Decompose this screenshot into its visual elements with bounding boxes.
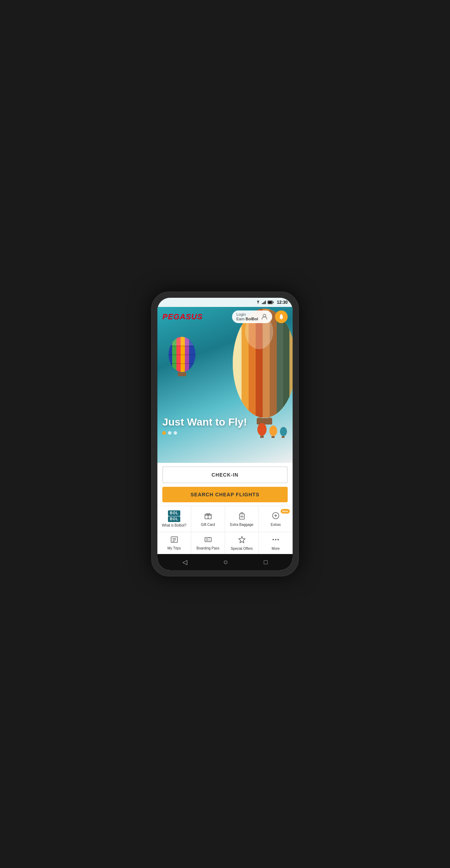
bottom-item-boarding[interactable]: Boarding Pass bbox=[191, 532, 225, 554]
svg-rect-33 bbox=[168, 354, 196, 355]
tiny-balloon-2 bbox=[269, 425, 277, 438]
small-balloon-svg bbox=[168, 335, 196, 377]
grid-item-giftcard[interactable]: Gift Card bbox=[191, 506, 225, 532]
main-balloon bbox=[233, 307, 293, 463]
bottom-item-more[interactable]: More bbox=[259, 532, 293, 554]
login-pill[interactable]: Login Earn BolBol bbox=[232, 310, 272, 323]
bottom-row: My Trips Boarding Pass bbox=[157, 532, 293, 554]
svg-marker-60 bbox=[239, 536, 245, 543]
bottom-item-offers[interactable]: Special Offers bbox=[225, 532, 259, 554]
svg-rect-2 bbox=[264, 302, 265, 304]
dot-3 bbox=[174, 431, 177, 435]
hero-header: PEGASUS Login Earn BolBol bbox=[157, 307, 293, 327]
svg-point-42 bbox=[280, 427, 287, 436]
baggage-label: Extra Baggage bbox=[230, 523, 253, 527]
svg-point-40 bbox=[269, 426, 277, 436]
phone-frame: 12:30 bbox=[151, 291, 299, 577]
status-time: 12:30 bbox=[277, 300, 288, 305]
svg-point-63 bbox=[277, 539, 279, 540]
buttons-section: CHECK-IN SEARCH CHEAP FLIGHTS bbox=[157, 463, 293, 506]
bg-balloons bbox=[257, 422, 287, 438]
svg-point-38 bbox=[257, 423, 267, 436]
giftcard-label: Gift Card bbox=[201, 523, 215, 527]
svg-rect-3 bbox=[265, 301, 266, 304]
new-badge: New bbox=[281, 509, 290, 514]
mytrips-icon bbox=[170, 536, 178, 545]
svg-point-61 bbox=[273, 539, 274, 540]
boarding-label: Boarding Pass bbox=[196, 546, 219, 550]
baggage-icon bbox=[238, 511, 246, 521]
earn-bolbol-text: Earn BolBol bbox=[236, 317, 258, 321]
grid-item-extras[interactable]: New Extras bbox=[259, 506, 293, 532]
svg-rect-43 bbox=[282, 436, 285, 438]
svg-rect-31 bbox=[168, 335, 196, 346]
battery-icon bbox=[268, 301, 274, 304]
back-button[interactable]: ◁ bbox=[182, 558, 187, 566]
svg-point-62 bbox=[275, 539, 276, 540]
more-icon bbox=[272, 536, 280, 545]
dot-2 bbox=[168, 431, 171, 435]
svg-rect-6 bbox=[273, 302, 274, 303]
dot-1 bbox=[162, 431, 166, 435]
tiny-balloon-1 bbox=[257, 422, 267, 438]
header-right: Login Earn BolBol bbox=[232, 310, 288, 323]
signal-icon bbox=[262, 301, 266, 304]
recents-button[interactable]: □ bbox=[264, 559, 268, 566]
svg-rect-5 bbox=[268, 301, 272, 304]
svg-rect-34 bbox=[168, 363, 196, 364]
hero-section: PEGASUS Login Earn BolBol bbox=[157, 307, 293, 463]
small-balloon bbox=[168, 335, 196, 379]
extras-label: Extras bbox=[271, 523, 281, 527]
offers-icon bbox=[238, 536, 246, 545]
login-label: Login bbox=[236, 312, 258, 317]
svg-rect-57 bbox=[205, 537, 211, 542]
svg-rect-41 bbox=[271, 436, 275, 438]
svg-rect-39 bbox=[260, 436, 264, 438]
mytrips-label: My Trips bbox=[168, 546, 181, 550]
home-button[interactable]: ○ bbox=[223, 558, 228, 567]
notifications-button[interactable] bbox=[275, 310, 288, 323]
pegasus-logo: PEGASUS bbox=[162, 312, 203, 321]
svg-rect-35 bbox=[178, 372, 186, 376]
grid-item-bolbol[interactable]: BOL BOL What is Bolbol? bbox=[157, 506, 191, 532]
checkin-button[interactable]: CHECK-IN bbox=[162, 466, 288, 483]
gift-icon bbox=[204, 511, 212, 521]
extras-icon bbox=[271, 511, 280, 521]
hero-background bbox=[157, 307, 293, 463]
svg-rect-32 bbox=[168, 346, 196, 346]
boarding-icon bbox=[204, 536, 212, 545]
person-icon bbox=[261, 313, 268, 320]
svg-line-37 bbox=[184, 372, 186, 372]
bolbol-label: What is Bolbol? bbox=[162, 523, 186, 528]
bolbol-icon: BOL BOL bbox=[168, 510, 180, 522]
svg-line-36 bbox=[178, 372, 180, 372]
bell-icon bbox=[278, 314, 285, 320]
wifi-icon bbox=[256, 301, 261, 304]
hero-text: Just Want to Fly! bbox=[162, 416, 247, 435]
status-bar: 12:30 bbox=[157, 298, 293, 307]
android-nav: ◁ ○ □ bbox=[157, 554, 293, 570]
hero-title: Just Want to Fly! bbox=[162, 416, 247, 428]
status-icons: 12:30 bbox=[256, 300, 288, 305]
svg-line-21 bbox=[257, 417, 261, 418]
svg-line-22 bbox=[268, 417, 271, 418]
phone-screen: 12:30 bbox=[157, 298, 293, 570]
offers-label: Special Offers bbox=[231, 547, 253, 551]
login-text: Login Earn BolBol bbox=[236, 312, 258, 321]
more-label: More bbox=[272, 547, 280, 551]
grid-item-baggage[interactable]: Extra Baggage bbox=[225, 506, 259, 532]
carousel-dots bbox=[162, 431, 247, 435]
grid-menu: BOL BOL What is Bolbol? Gift Card bbox=[157, 506, 293, 532]
search-flights-button[interactable]: SEARCH CHEAP FLIGHTS bbox=[162, 487, 288, 502]
svg-rect-1 bbox=[263, 302, 264, 304]
bottom-item-mytrips[interactable]: My Trips bbox=[157, 532, 191, 554]
tiny-balloon-3 bbox=[280, 426, 287, 438]
svg-rect-0 bbox=[262, 303, 263, 304]
